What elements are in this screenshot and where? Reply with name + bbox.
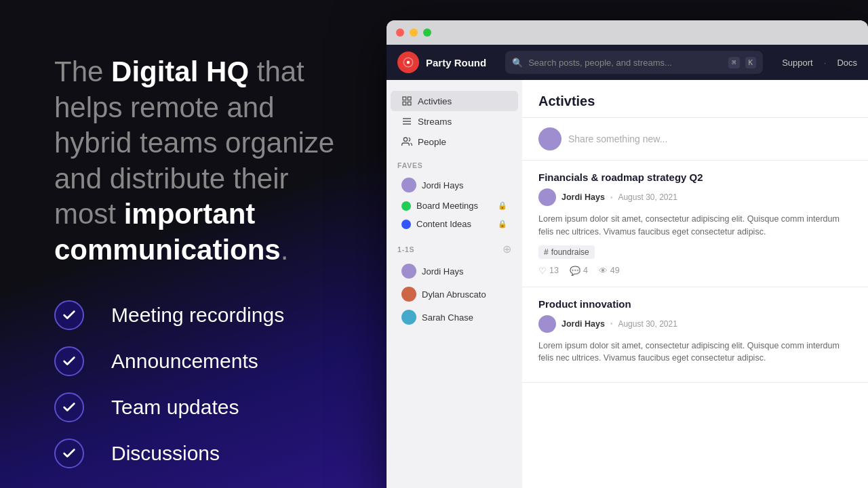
svg-rect-3	[403, 102, 406, 105]
share-input-row[interactable]: Share something new...	[522, 118, 868, 161]
svg-point-8	[403, 138, 407, 141]
add-ones-button[interactable]: ⊕	[502, 243, 511, 256]
ones-label-sarah: Sarah Chase	[422, 312, 507, 323]
like-action-1[interactable]: ♡ 13	[538, 266, 559, 276]
current-user-avatar	[538, 127, 561, 150]
post-title-2: Product innovation	[538, 298, 852, 310]
post-meta-1: Jordi Hays • August 30, 2021	[538, 188, 852, 206]
comment-action-1[interactable]: 💬 4	[570, 266, 588, 276]
ones-section-row: 1-1S ⊕	[387, 233, 522, 260]
search-placeholder: Search posts, people, and streams...	[528, 58, 723, 68]
svg-rect-4	[408, 102, 411, 105]
check-circle-1	[54, 300, 84, 330]
view-count-1: 49	[610, 266, 620, 275]
list-item: Announcements	[54, 346, 346, 376]
brand-name: Party Round	[426, 57, 486, 68]
comment-icon: 💬	[570, 266, 580, 276]
check-circle-4	[54, 439, 84, 468]
app-window: Party Round 🔍 Search posts, people, and …	[387, 20, 868, 488]
fave-label-content: Content Ideas	[416, 219, 492, 229]
list-item: Discussions	[54, 439, 346, 468]
left-panel: The Digital HQ that helps remote and hyb…	[0, 0, 387, 488]
svg-rect-1	[403, 97, 406, 100]
heart-icon: ♡	[538, 266, 547, 276]
sidebar: Activties Streams People FAVES	[387, 80, 522, 488]
sidebar-item-streams[interactable]: Streams	[391, 111, 518, 131]
lock-icon-content: 🔒	[498, 220, 507, 228]
docs-link[interactable]: Docs	[837, 58, 857, 68]
post-meta-2: Jordi Hays • August 30, 2021	[538, 315, 852, 333]
fave-avatar-jordi	[401, 178, 416, 192]
navbar-links: Support · Docs	[782, 58, 857, 68]
search-kbd-k: K	[745, 57, 757, 68]
sidebar-fave-board[interactable]: Board Meetings 🔒	[391, 197, 518, 215]
share-placeholder: Share something new...	[568, 134, 667, 144]
ones-header: 1-1S	[397, 245, 414, 253]
hero-period: .	[281, 234, 289, 266]
navbar: Party Round 🔍 Search posts, people, and …	[387, 45, 868, 80]
post-actions-1: ♡ 13 💬 4 👁 49	[538, 266, 852, 276]
view-action-1: 👁 49	[599, 266, 620, 276]
post-author-2: Jordi Hays	[561, 319, 605, 329]
checklist-label-3: Team updates	[111, 396, 239, 419]
hash-icon: #	[544, 247, 549, 257]
checklist-label-1: Meeting recordings	[111, 304, 284, 327]
brand: Party Round	[397, 52, 486, 73]
fave-label-board: Board Meetings	[416, 201, 492, 211]
support-link[interactable]: Support	[782, 58, 813, 68]
post-date-2: August 30, 2021	[618, 319, 677, 329]
checklist-label-2: Announcements	[111, 350, 258, 373]
app-window-wrapper: Party Round 🔍 Search posts, people, and …	[387, 20, 868, 488]
list-item: Team updates	[54, 392, 346, 422]
ones-avatar-jordi	[401, 264, 416, 279]
navbar-divider: ·	[824, 58, 827, 68]
lock-icon-board: 🔒	[498, 201, 507, 210]
checklist: Meeting recordings Announcements Team up…	[54, 300, 346, 468]
ones-avatar-dylan	[401, 287, 416, 302]
post-tag-1: # foundraise	[538, 245, 595, 259]
ones-label-jordi: Jordi Hays	[422, 266, 507, 277]
fave-label-jordi: Jordi Hays	[422, 180, 507, 190]
post-card-2: Product innovation Jordi Hays • August 3…	[522, 287, 868, 384]
title-bar	[387, 20, 868, 45]
search-icon: 🔍	[512, 58, 523, 68]
sidebar-streams-label: Streams	[418, 117, 452, 127]
post-body-2: Lorem ipsum dolor sit amet, consectetur …	[538, 340, 852, 365]
faves-header: FAVES	[387, 152, 522, 174]
content-area: Activties Share something new... Financi…	[522, 80, 868, 488]
svg-point-0	[407, 61, 410, 64]
sidebar-activities-label: Activties	[418, 96, 452, 106]
ones-label-dylan: Dylan Abruscato	[422, 289, 507, 300]
svg-rect-2	[408, 97, 411, 100]
sidebar-ones-dylan[interactable]: Dylan Abruscato	[391, 283, 518, 306]
sidebar-item-activities[interactable]: Activties	[391, 91, 518, 111]
post-avatar-1	[538, 188, 556, 206]
sidebar-ones-jordi[interactable]: Jordi Hays	[391, 260, 518, 283]
search-bar[interactable]: 🔍 Search posts, people, and streams... ⌘…	[505, 51, 763, 74]
post-title-1: Financials & roadmap strategy Q2	[538, 171, 852, 183]
sidebar-people-label: People	[418, 137, 446, 147]
sidebar-fave-content[interactable]: Content Ideas 🔒	[391, 215, 518, 233]
post-author-1: Jordi Hays	[561, 192, 605, 202]
eye-icon: 👁	[599, 266, 608, 276]
sidebar-item-people[interactable]: People	[391, 131, 518, 152]
fave-dot-content	[401, 220, 411, 229]
check-circle-2	[54, 346, 84, 376]
comment-count-1: 4	[583, 266, 588, 275]
checklist-label-4: Discussions	[111, 442, 220, 465]
tag-label-1: foundraise	[551, 247, 589, 257]
ones-avatar-sarah	[401, 310, 416, 325]
post-avatar-2	[538, 315, 556, 333]
sidebar-ones-sarah[interactable]: Sarah Chase	[391, 306, 518, 329]
hero-prefix: The	[54, 56, 111, 87]
hero-text: The Digital HQ that helps remote and hyb…	[54, 54, 346, 268]
close-button[interactable]	[396, 28, 404, 37]
search-kbd-cmd: ⌘	[728, 57, 740, 68]
sidebar-fave-jordi[interactable]: Jordi Hays	[391, 174, 518, 197]
brand-icon	[397, 52, 419, 73]
content-title: Activties	[538, 94, 852, 109]
post-body-1: Lorem ipsum dolor sit amet, consectetur …	[538, 213, 852, 239]
minimize-button[interactable]	[410, 28, 418, 37]
maximize-button[interactable]	[423, 28, 431, 37]
post-date-1: August 30, 2021	[618, 192, 677, 202]
